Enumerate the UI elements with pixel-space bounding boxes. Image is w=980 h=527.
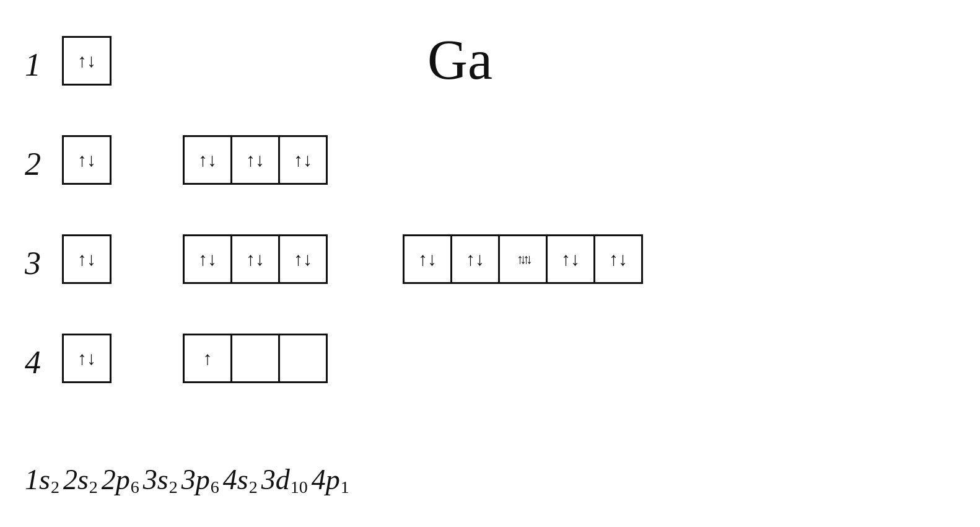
config-4s: 4s2 (223, 463, 258, 496)
row4-p-orbital: ↑ (183, 334, 326, 383)
row-label-1: 1 (25, 46, 41, 83)
config-1s: 1s2 (25, 463, 59, 496)
orbital-box: ↑↓ (62, 334, 112, 383)
orbital-box: ↑ (183, 334, 232, 383)
config-3d: 3d10 (261, 463, 308, 496)
electron-config: 1s2 2s2 2p6 3s2 3p6 4s2 3d10 4p1 (25, 463, 352, 496)
element-symbol: Ga (427, 28, 492, 92)
row4-s-orbital: ↑↓ (62, 334, 110, 383)
orbital-box: ↑↓↑↓ (498, 234, 548, 284)
orbital-box: ↑↓ (230, 234, 280, 284)
orbital-box (278, 334, 328, 383)
orbital-box: ↑↓ (183, 135, 232, 185)
row3-s-orbital: ↑↓ (62, 234, 110, 284)
row3-p-orbital: ↑↓ ↑↓ ↑↓ (183, 234, 326, 284)
row3-d-orbital: ↑↓ ↑↓ ↑↓↑↓ ↑↓ ↑↓ (403, 234, 641, 284)
page-container: Ga 1 ↑↓ 2 ↑↓ ↑↓ ↑↓ ↑↓ 3 ↑↓ ↑↓ ↑↓ ↑↓ ↑↓ ↑… (0, 0, 980, 527)
row2-p-orbital: ↑↓ ↑↓ ↑↓ (183, 135, 326, 185)
orbital-box: ↑↓ (593, 234, 643, 284)
orbital-box (230, 334, 280, 383)
config-2p: 2p6 (102, 463, 139, 496)
orbital-box: ↑↓ (62, 135, 112, 185)
orbital-box: ↑↓ (278, 234, 328, 284)
row-label-4: 4 (25, 344, 41, 381)
row1-s-orbital: ↑↓ (62, 36, 110, 86)
orbital-box: ↑↓ (546, 234, 595, 284)
config-3p: 3p6 (182, 463, 219, 496)
config-2s: 2s2 (63, 463, 98, 496)
orbital-box: ↑↓ (403, 234, 452, 284)
config-4p: 4p1 (312, 463, 349, 496)
orbital-box: ↑↓ (183, 234, 232, 284)
config-3s: 3s2 (143, 463, 178, 496)
orbital-box: ↑↓ (230, 135, 280, 185)
row-label-3: 3 (25, 245, 41, 281)
orbital-box: ↑↓ (450, 234, 500, 284)
orbital-box: ↑↓ (62, 36, 112, 86)
row2-s-orbital: ↑↓ (62, 135, 110, 185)
orbital-box: ↑↓ (278, 135, 328, 185)
orbital-box: ↑↓ (62, 234, 112, 284)
row-label-2: 2 (25, 146, 41, 182)
